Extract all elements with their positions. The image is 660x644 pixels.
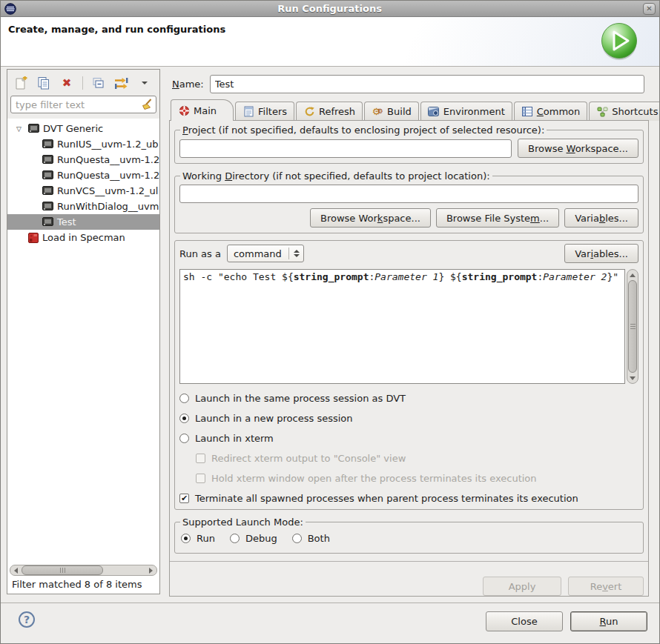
tree-item-test[interactable]: Test <box>7 214 159 230</box>
tab-shortcuts[interactable]: Shortcuts <box>589 102 660 121</box>
launch-mode-group-label: Supported Launch Mode: <box>180 517 306 528</box>
working-directory-group-label: Working Directory (if not specified, def… <box>180 170 492 182</box>
option-redirect-xterm: Redirect xterm output to "Console" view <box>196 453 638 464</box>
tree-item-dvt-generic[interactable]: ▽ DVT Generic <box>7 121 159 136</box>
combo-spinner-icon <box>292 250 303 257</box>
launch-mode-debug[interactable]: Debug <box>230 533 277 544</box>
command-variables-button[interactable]: Variables... <box>564 244 638 263</box>
scrollbar-thumb[interactable] <box>628 280 637 373</box>
close-icon[interactable]: ✕ <box>643 3 656 15</box>
tree-item-runvcs[interactable]: RunVCS__uvm-1.2_ul <box>7 183 159 199</box>
checkbox-hold-xterm <box>196 474 205 483</box>
option-label: Terminate all spawned processes when par… <box>195 493 578 504</box>
launch-option-xterm[interactable]: Launch in xterm <box>179 433 638 444</box>
launch-mode-group: Supported Launch Mode: Run Debug Both <box>174 517 644 554</box>
build-tab-icon: ⚙⚙ <box>372 106 383 118</box>
scroll-up-icon[interactable] <box>630 270 636 280</box>
tab-refresh[interactable]: Refresh <box>296 102 363 121</box>
combo-divider <box>288 248 289 259</box>
radio-same-session[interactable] <box>179 394 189 403</box>
clear-filter-icon[interactable] <box>141 99 153 110</box>
radio-run-mode[interactable] <box>181 534 191 543</box>
run-as-select[interactable]: command <box>227 245 304 262</box>
window-title: Run Configurations <box>16 3 643 14</box>
run-configuration-icon <box>28 124 39 133</box>
refresh-tab-icon <box>303 106 315 118</box>
launch-option-same-session[interactable]: Launch in the same process session as DV… <box>179 393 638 404</box>
dialog-header-title: Create, manage, and run configurations <box>8 24 225 35</box>
close-button[interactable]: Close <box>486 611 563 631</box>
scroll-down-icon[interactable] <box>630 373 636 383</box>
titlebar[interactable]: Run Configurations ✕ <box>1 1 659 17</box>
radio-new-session[interactable] <box>179 414 189 423</box>
tab-bar: Main Filters Refresh ⚙⚙ Build Environmen… <box>171 99 660 121</box>
option-terminate-spawned[interactable]: Terminate all spawned processes when par… <box>179 493 638 504</box>
command-scrollbar[interactable] <box>627 269 638 384</box>
project-browse-workspace-button[interactable]: Browse Workspace... <box>518 139 638 158</box>
tree-item-label: DVT Generic <box>43 123 103 134</box>
tree-item-load-in-specman[interactable]: Load in Specman <box>7 230 159 245</box>
run-configuration-icon <box>42 170 53 180</box>
tab-filters[interactable]: Filters <box>235 102 294 121</box>
tab-main[interactable]: Main <box>171 99 234 121</box>
tree-item-runwithdialog[interactable]: RunWithDialog__uvm <box>7 199 159 214</box>
tab-label: Refresh <box>319 106 355 117</box>
run-button[interactable]: Run <box>570 611 647 631</box>
radio-xterm[interactable] <box>179 434 189 443</box>
scroll-right-icon[interactable] <box>145 565 156 575</box>
radio-both-mode[interactable] <box>292 534 302 543</box>
new-configuration-icon[interactable] <box>13 76 28 90</box>
environment-tab-icon <box>428 106 440 118</box>
divider <box>170 561 648 562</box>
collapse-all-icon[interactable] <box>91 76 106 90</box>
tree-item-label: Test <box>57 216 76 228</box>
tab-label: Environment <box>443 106 505 117</box>
dialog-header: Create, manage, and run configurations <box>1 17 659 67</box>
sidebar-header: ✖ <box>7 70 159 119</box>
tree-item-runquesta-2[interactable]: RunQuesta__uvm-1.2 <box>7 167 159 183</box>
option-label: Launch in xterm <box>195 433 274 444</box>
wd-browse-workspace-button[interactable]: Browse Workspace... <box>310 208 431 228</box>
radio-debug-mode[interactable] <box>230 534 240 543</box>
project-input[interactable] <box>179 139 512 158</box>
tab-environment[interactable]: Environment <box>420 102 512 121</box>
filters-tab-icon <box>242 106 254 118</box>
launch-mode-both[interactable]: Both <box>292 533 330 544</box>
tab-common[interactable]: Common <box>514 102 588 121</box>
help-icon[interactable]: ? <box>19 611 35 628</box>
run-configuration-icon <box>42 202 53 211</box>
tab-build[interactable]: ⚙⚙ Build <box>364 102 419 121</box>
launch-mode-run[interactable]: Run <box>181 533 215 544</box>
apply-button[interactable]: Apply <box>483 577 561 596</box>
dialog-button-bar: ? Close Run <box>1 602 659 644</box>
expander-icon[interactable]: ▽ <box>13 125 24 133</box>
tree-horizontal-scrollbar[interactable] <box>10 565 157 576</box>
tree-item-runius[interactable]: RunIUS__uvm-1.2_ub <box>7 136 159 152</box>
wd-variables-button[interactable]: Variables... <box>564 208 638 228</box>
working-directory-input[interactable] <box>179 185 638 203</box>
tree-item-label: RunQuesta__uvm-1.2 <box>57 154 159 165</box>
duplicate-icon[interactable] <box>36 76 51 90</box>
option-hold-xterm: Hold xterm window open after the process… <box>196 473 638 484</box>
scroll-left-icon[interactable] <box>10 565 22 575</box>
tab-label: Build <box>387 106 412 117</box>
run-configuration-icon <box>42 155 53 165</box>
name-input[interactable] <box>210 75 644 93</box>
option-label: Debug <box>245 533 277 544</box>
wd-browse-file-system-button[interactable]: Browse File System... <box>436 208 559 228</box>
eclipse-logo-icon <box>4 3 16 15</box>
filter-configurations-icon[interactable] <box>114 76 129 90</box>
filter-input[interactable] <box>10 96 156 113</box>
toolbar-separator <box>82 76 83 90</box>
project-group: Project (if not specified, defaults to e… <box>174 125 644 164</box>
tree-item-runquesta-1[interactable]: RunQuesta__uvm-1.2 <box>7 152 159 167</box>
name-label: Name: <box>172 79 204 90</box>
config-tree[interactable]: ▽ DVT Generic RunIUS__uvm-1.2_ub RunQues… <box>7 119 159 563</box>
checkbox-terminate-spawned[interactable] <box>179 494 189 503</box>
revert-button[interactable]: Revert <box>568 577 644 596</box>
delete-icon[interactable]: ✖ <box>59 76 74 90</box>
scrollbar-thumb[interactable] <box>22 565 103 575</box>
command-input[interactable]: sh -c "echo Test ${string_prompt:Paramet… <box>179 269 625 384</box>
launch-option-new-session[interactable]: Launch in a new process session <box>179 413 638 424</box>
menu-chevron-icon[interactable] <box>137 76 152 90</box>
